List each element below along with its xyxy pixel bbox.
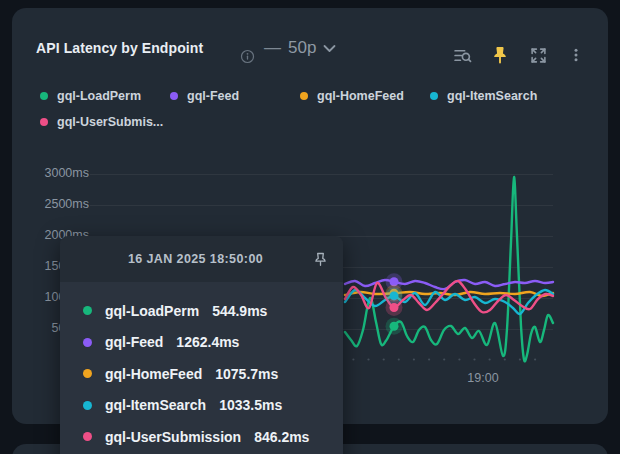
tooltip-series-value: 544.9ms — [212, 303, 267, 319]
legend-item[interactable]: gql-UserSubmis... — [40, 109, 170, 135]
legend-series-dot — [40, 118, 48, 126]
legend-series-label: gql-Feed — [187, 89, 239, 103]
legend-series-dot — [40, 92, 48, 100]
tooltip-series-dot — [83, 432, 92, 441]
tooltip-series-value: 846.2ms — [254, 429, 309, 445]
tooltip-row: gql-Feed1262.4ms — [83, 327, 343, 359]
tooltip-series-value: 1075.7ms — [215, 366, 278, 382]
legend-series-label: gql-HomeFeed — [317, 89, 404, 103]
legend-series-label: gql-LoadPerm — [57, 89, 141, 103]
legend-item[interactable]: gql-ItemSearch — [430, 83, 560, 109]
chevron-down-icon — [323, 44, 336, 53]
tooltip-series-dot — [83, 401, 92, 410]
tooltip-pin-button[interactable] — [309, 248, 331, 270]
chart-legend: gql-LoadPermgql-Feedgql-HomeFeedgql-Item… — [40, 83, 596, 135]
tooltip-timestamp: 16 JAN 2025 18:50:00 — [60, 252, 309, 266]
legend-item[interactable]: gql-LoadPerm — [40, 83, 170, 109]
tooltip-series-name: gql-Feed — [105, 334, 163, 350]
percentile-value: 50p — [288, 38, 316, 58]
panel-toolbar — [452, 45, 586, 65]
pin-outline-icon — [313, 252, 328, 267]
tooltip-series-name: gql-ItemSearch — [105, 397, 206, 413]
tooltip-series-dot — [83, 369, 92, 378]
tooltip-row: gql-LoadPerm544.9ms — [83, 295, 343, 327]
kebab-menu-icon — [568, 47, 584, 63]
pin-panel-button[interactable] — [490, 45, 510, 65]
legend-item[interactable]: gql-HomeFeed — [300, 83, 430, 109]
tooltip-header: 16 JAN 2025 18:50:00 — [60, 236, 343, 282]
pin-icon — [491, 46, 509, 64]
tooltip-series-name: gql-LoadPerm — [105, 303, 199, 319]
legend-series-label: gql-UserSubmis... — [57, 115, 163, 129]
tooltip-row: gql-HomeFeed1075.7ms — [83, 358, 343, 390]
list-search-icon — [453, 46, 472, 65]
kebab-menu-button[interactable] — [566, 45, 586, 65]
tooltip-series-name: gql-HomeFeed — [105, 366, 202, 382]
y-axis-tick-label: 2500ms — [25, 197, 89, 211]
legend-series-dot — [170, 92, 178, 100]
tooltip-series-dot — [83, 338, 92, 347]
legend-item[interactable]: gql-Feed — [170, 83, 300, 109]
series-style-dash: — — [264, 38, 281, 58]
y-axis-tick-label: 3000ms — [25, 166, 89, 180]
legend-series-dot — [430, 92, 438, 100]
tooltip-series-value: 1262.4ms — [176, 334, 239, 350]
legend-series-label: gql-ItemSearch — [447, 89, 537, 103]
percentile-dropdown[interactable]: — 50p — [264, 38, 336, 58]
panel-title: API Latency by Endpoint — [36, 40, 203, 56]
info-icon[interactable] — [240, 49, 255, 64]
chart-tooltip: 16 JAN 2025 18:50:00 gql-LoadPerm544.9ms… — [60, 236, 343, 454]
list-search-button[interactable] — [452, 45, 472, 65]
dashboard-screen: API Latency by Endpoint — 50p — [0, 0, 620, 454]
tooltip-body: gql-LoadPerm544.9msgql-Feed1262.4msgql-H… — [60, 282, 343, 454]
legend-series-dot — [300, 92, 308, 100]
tooltip-row: gql-UserSubmission846.2ms — [83, 421, 343, 453]
expand-button[interactable] — [528, 45, 548, 65]
tooltip-row: gql-ItemSearch1033.5ms — [83, 390, 343, 422]
x-axis-tick-label: 19:00 — [453, 371, 513, 385]
tooltip-series-dot — [83, 306, 92, 315]
expand-arrows-icon — [530, 47, 547, 64]
tooltip-series-value: 1033.5ms — [219, 397, 282, 413]
tooltip-series-name: gql-UserSubmission — [105, 429, 241, 445]
